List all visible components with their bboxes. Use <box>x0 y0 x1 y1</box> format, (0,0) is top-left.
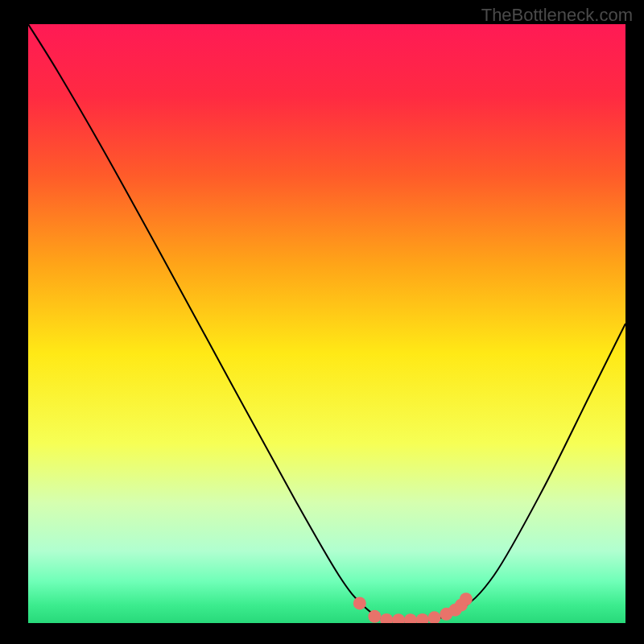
background-gradient <box>28 24 625 623</box>
chart-container: TheBottleneck.com <box>0 0 644 644</box>
watermark-label: TheBottleneck.com <box>481 5 633 26</box>
svg-rect-0 <box>28 24 625 623</box>
plot-frame <box>28 24 625 623</box>
